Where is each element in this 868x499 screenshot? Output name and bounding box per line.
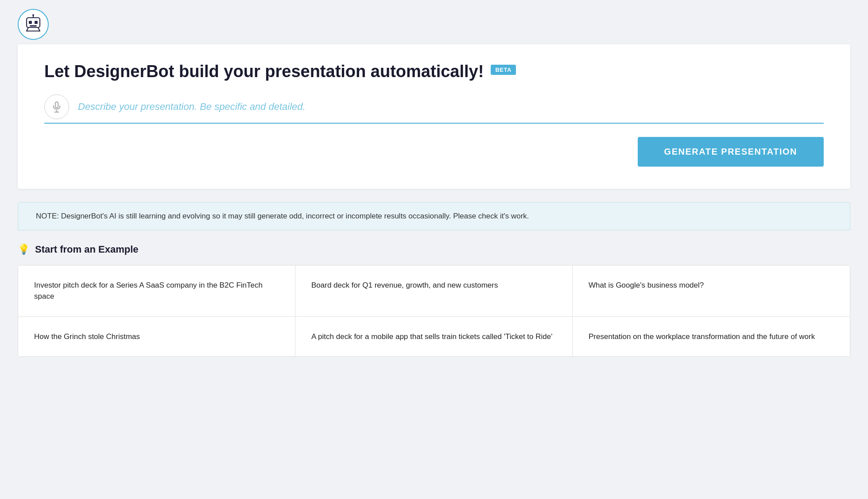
examples-grid: Investor pitch deck for a Series A SaaS … bbox=[18, 265, 850, 357]
svg-rect-5 bbox=[30, 25, 37, 27]
svg-line-6 bbox=[27, 27, 28, 31]
generate-btn-wrapper: GENERATE PRESENTATION bbox=[44, 137, 824, 167]
logo-circle bbox=[18, 9, 49, 40]
main-title: Let DesignerBot build your presentation … bbox=[44, 62, 824, 81]
example-card-1[interactable]: Investor pitch deck for a Series A SaaS … bbox=[18, 265, 295, 317]
input-area bbox=[44, 94, 824, 124]
example-card-4[interactable]: How the Grinch stole Christmas bbox=[18, 317, 295, 357]
mic-button[interactable] bbox=[44, 94, 69, 119]
page-wrapper: Let DesignerBot build your presentation … bbox=[0, 0, 868, 357]
mic-icon bbox=[51, 101, 62, 113]
svg-line-7 bbox=[38, 27, 40, 31]
examples-section: 💡 Start from an Example Investor pitch d… bbox=[18, 244, 850, 357]
examples-title-text: Start from an Example bbox=[35, 244, 139, 255]
note-text: NOTE: DesignerBot's AI is still learning… bbox=[36, 212, 529, 220]
logo-area bbox=[0, 0, 868, 44]
example-card-2[interactable]: Board deck for Q1 revenue, growth, and n… bbox=[295, 265, 573, 317]
robot-icon bbox=[24, 14, 43, 35]
generate-presentation-button[interactable]: GENERATE PRESENTATION bbox=[638, 137, 824, 167]
example-card-6[interactable]: Presentation on the workplace transforma… bbox=[573, 317, 850, 357]
examples-title: 💡 Start from an Example bbox=[18, 244, 850, 255]
beta-badge: BETA bbox=[491, 65, 515, 75]
svg-point-1 bbox=[32, 14, 34, 16]
note-banner: NOTE: DesignerBot's AI is still learning… bbox=[18, 202, 850, 230]
main-title-text: Let DesignerBot build your presentation … bbox=[44, 62, 484, 81]
svg-rect-3 bbox=[29, 21, 32, 24]
example-card-5[interactable]: A pitch deck for a mobile app that sells… bbox=[295, 317, 573, 357]
example-card-3[interactable]: What is Google's business model? bbox=[573, 265, 850, 317]
svg-rect-9 bbox=[55, 102, 58, 108]
main-card: Let DesignerBot build your presentation … bbox=[18, 44, 850, 189]
bulb-icon: 💡 bbox=[18, 244, 30, 255]
presentation-input[interactable] bbox=[78, 97, 824, 116]
svg-rect-4 bbox=[35, 21, 38, 24]
